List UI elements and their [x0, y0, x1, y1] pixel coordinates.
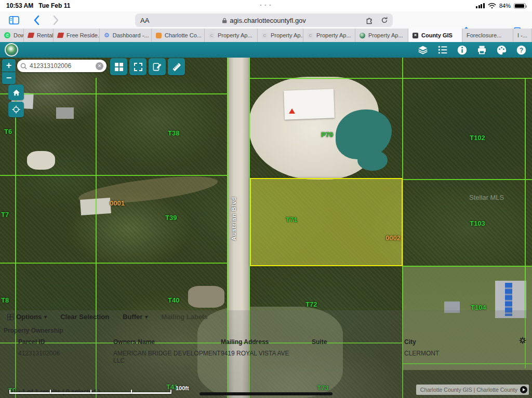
column-header[interactable]: Owners Name	[113, 338, 221, 350]
scale-tick	[131, 390, 132, 394]
my-location-button[interactable]	[8, 102, 24, 117]
county-logo	[5, 43, 18, 57]
layers-icon[interactable]	[417, 45, 429, 55]
buffer-button[interactable]: Buffer▾	[123, 313, 148, 321]
parcel-number-label: 0001	[110, 199, 125, 207]
forward-button[interactable]	[53, 15, 59, 25]
extensions-icon[interactable]	[365, 16, 374, 25]
options-button[interactable]: Options▾	[7, 313, 47, 321]
column-header[interactable]: Parcel ID	[18, 338, 113, 350]
status-bar: 10:53 AM Tue Feb 11 • • • 84%	[0, 0, 532, 11]
measure-tool-button[interactable]	[168, 58, 185, 75]
clear-selection-label: Clear Selection	[60, 313, 109, 321]
tab-property-ap-1[interactable]: CProperty Ap...	[205, 29, 258, 42]
stellar-mls-watermark: Stellar MLS	[469, 194, 504, 201]
attribution-toggle-icon[interactable]	[520, 386, 527, 393]
tab-charlotte-co[interactable]: Charlotte Co...	[152, 29, 205, 42]
tab-label: Charlotte Co...	[165, 32, 202, 38]
home-indicator[interactable]	[200, 392, 332, 395]
search-input[interactable]	[30, 62, 93, 70]
redfin-icon	[28, 33, 34, 38]
zoom-in-button[interactable]: +	[2, 59, 16, 72]
reload-icon[interactable]	[380, 16, 389, 24]
tab-last[interactable]: I -...	[513, 29, 532, 42]
table-settings-button[interactable]	[518, 336, 527, 345]
results-count: 1 - 1 of 1 results ( 0 selected )	[13, 388, 100, 395]
tab-bar: ✆Dow Rental Free Reside... ⚙Dashboard -.…	[0, 29, 532, 42]
back-button[interactable]	[33, 15, 39, 25]
parcel-gridline	[0, 93, 227, 94]
annotate-tool-button[interactable]	[149, 58, 166, 75]
suite-cell	[312, 350, 404, 364]
note-edit-icon	[152, 62, 162, 72]
sidebar-icon[interactable]	[8, 16, 20, 25]
measure-ruler-icon	[171, 62, 182, 72]
whatsapp-icon: ✆	[4, 32, 10, 38]
multitask-dots-icon: • • •	[260, 3, 272, 7]
info-icon[interactable]	[457, 45, 468, 56]
county-seal-icon	[360, 33, 365, 38]
parcel-search-box[interactable]: ✕	[17, 60, 107, 72]
address-bar[interactable]: AA agis.charlottecountyfl.gov	[135, 13, 393, 27]
cell-spacer	[508, 350, 525, 364]
gear-icon: ⚙	[104, 32, 110, 39]
clear-selection-button[interactable]: Clear Selection	[60, 313, 109, 321]
tab-dow[interactable]: ✆Dow	[0, 29, 24, 42]
palette-icon[interactable]	[496, 45, 507, 56]
column-header[interactable]: Mailing Address	[221, 338, 312, 350]
parcel-label: T102	[470, 134, 485, 142]
tab-label: Dashboard -...	[113, 32, 149, 38]
battery-fill	[515, 4, 524, 8]
owners-name-cell: AMERICAN BRIDGE DEVELOPMENT LLC	[113, 350, 221, 364]
clear-search-icon[interactable]: ✕	[96, 62, 103, 70]
tab-county-gis[interactable]: ✕County GIS	[408, 29, 462, 42]
tab-property-ap-3[interactable]: CProperty Ap...	[303, 29, 355, 42]
parcel-label: T7	[1, 211, 9, 218]
parcel-label: T72	[305, 300, 317, 308]
orange-site-icon	[156, 33, 162, 38]
parcel-gridline	[402, 266, 532, 267]
screen: 10:53 AM Tue Feb 11 • • • 84% AA agis.ch…	[0, 0, 532, 398]
scale-tick	[9, 390, 10, 394]
mailing-labels-button[interactable]: Mailing Labels	[161, 313, 208, 321]
basemap-grid-tool-button[interactable]	[110, 58, 127, 75]
tab-property-ap-4[interactable]: Property Ap...	[355, 29, 408, 42]
parcel-id-link[interactable]: 412313102006	[18, 350, 113, 364]
parcel-label: T103	[470, 219, 485, 227]
building-shed	[56, 107, 74, 119]
locate-crosshair-icon	[11, 105, 21, 114]
print-icon[interactable]	[476, 45, 487, 55]
letter-c-icon: C	[262, 33, 268, 38]
scale-tick	[90, 390, 91, 394]
letter-c-icon: C	[209, 33, 215, 38]
tab-rental[interactable]: Rental	[24, 29, 54, 42]
home-extent-button[interactable]	[8, 85, 24, 100]
parcel-label: P70	[321, 131, 333, 139]
terrain-pond-lobe	[357, 150, 388, 171]
column-header[interactable]: Suite	[312, 338, 404, 350]
red-marker	[289, 108, 295, 114]
selected-parcel-highlight[interactable]	[250, 178, 403, 266]
tab-free-reside[interactable]: Free Reside...	[54, 29, 100, 42]
help-icon[interactable]: ?	[516, 45, 527, 56]
tab-label: Property Ap...	[218, 32, 252, 38]
map-canvas[interactable]: T6 T38 P70 T102 T7 T39 T71 T103 0001 000…	[0, 58, 532, 398]
scale-label: 100ft	[176, 385, 189, 391]
zoom-out-button[interactable]: −	[2, 72, 16, 84]
legend-icon[interactable]	[437, 45, 448, 55]
chevron-down-icon: ▾	[145, 314, 148, 320]
column-header[interactable]: City	[404, 338, 508, 350]
tab-dashboard[interactable]: ⚙Dashboard -...	[100, 29, 152, 42]
tab-property-ap-2[interactable]: CProperty Ap...	[258, 29, 303, 42]
date: Tue Feb 11	[38, 2, 70, 9]
tab-property-ownership[interactable]: Property Ownership	[4, 327, 63, 334]
select-area-tool-button[interactable]	[129, 58, 147, 75]
parcel-label: T6	[4, 128, 12, 135]
text-size-button[interactable]: AA	[140, 17, 149, 24]
signal-bar	[483, 3, 485, 8]
parcel-label: T39	[165, 214, 177, 222]
attribution-text: Charlotte County GIS | Charlotte County	[420, 387, 517, 393]
letter-c-icon: C	[308, 33, 313, 38]
home-icon	[12, 88, 21, 97]
tab-foreclosure[interactable]: Foreclosure...	[462, 29, 513, 42]
